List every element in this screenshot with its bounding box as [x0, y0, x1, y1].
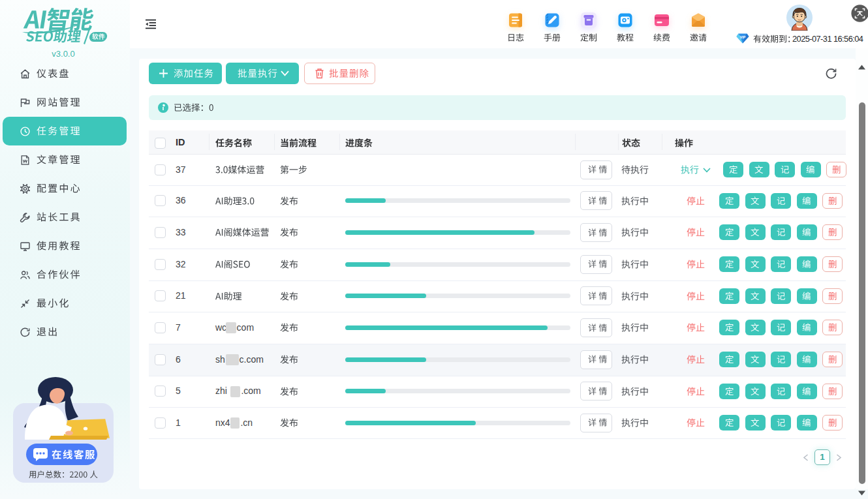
svg-text:VIP: VIP [740, 35, 746, 39]
